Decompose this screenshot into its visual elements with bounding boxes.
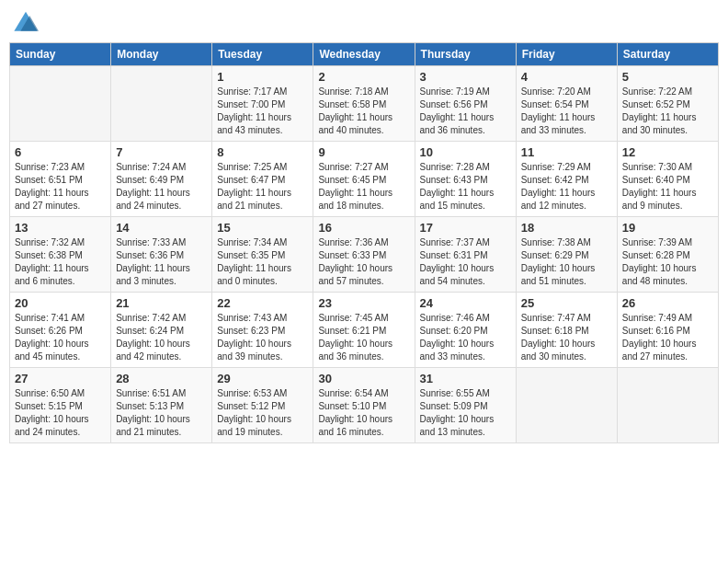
calendar-cell: 22Sunrise: 7:43 AMSunset: 6:23 PMDayligh… [212,293,313,368]
weekday-header-saturday: Saturday [617,43,718,66]
day-number: 14 [116,221,207,235]
calendar-cell: 18Sunrise: 7:38 AMSunset: 6:29 PMDayligh… [516,217,617,293]
day-number: 9 [318,145,409,159]
day-number: 7 [116,145,207,159]
day-info: Sunrise: 6:53 AMSunset: 5:12 PMDaylight:… [217,387,308,439]
day-number: 17 [420,221,511,235]
calendar-cell: 13Sunrise: 7:32 AMSunset: 6:38 PMDayligh… [10,217,111,293]
logo-icon [13,9,39,35]
weekday-header-friday: Friday [516,43,617,66]
calendar-cell: 28Sunrise: 6:51 AMSunset: 5:13 PMDayligh… [111,368,212,443]
day-info: Sunrise: 7:37 AMSunset: 6:31 PMDaylight:… [420,236,511,288]
day-number: 18 [521,221,612,235]
calendar-cell: 31Sunrise: 6:55 AMSunset: 5:09 PMDayligh… [415,368,516,443]
day-number: 22 [217,296,308,310]
calendar-cell: 2Sunrise: 7:18 AMSunset: 6:58 PMDaylight… [313,66,415,142]
calendar-cell: 19Sunrise: 7:39 AMSunset: 6:28 PMDayligh… [617,217,718,293]
day-info: Sunrise: 7:17 AMSunset: 7:00 PMDaylight:… [217,86,308,137]
weekday-header-wednesday: Wednesday [313,43,415,66]
calendar-week-row: 6Sunrise: 7:23 AMSunset: 6:51 PMDaylight… [10,142,719,217]
day-info: Sunrise: 7:28 AMSunset: 6:43 PMDaylight:… [420,161,511,213]
day-info: Sunrise: 7:24 AMSunset: 6:49 PMDaylight:… [116,161,207,213]
day-info: Sunrise: 7:38 AMSunset: 6:29 PMDaylight:… [521,236,612,288]
calendar-cell: 21Sunrise: 7:42 AMSunset: 6:24 PMDayligh… [111,293,212,368]
day-number: 2 [318,70,409,84]
day-number: 30 [318,372,409,385]
page-header [9,9,719,35]
day-info: Sunrise: 7:33 AMSunset: 6:36 PMDaylight:… [116,236,207,288]
day-info: Sunrise: 6:50 AMSunset: 5:15 PMDaylight:… [15,387,106,439]
day-number: 6 [15,145,106,159]
day-number: 10 [420,145,511,159]
calendar-cell: 29Sunrise: 6:53 AMSunset: 5:12 PMDayligh… [212,368,313,443]
day-info: Sunrise: 7:39 AMSunset: 6:28 PMDaylight:… [622,236,713,288]
calendar-cell: 3Sunrise: 7:19 AMSunset: 6:56 PMDaylight… [415,66,516,142]
day-info: Sunrise: 7:22 AMSunset: 6:52 PMDaylight:… [622,86,713,137]
calendar-cell: 4Sunrise: 7:20 AMSunset: 6:54 PMDaylight… [516,66,617,142]
day-info: Sunrise: 7:19 AMSunset: 6:56 PMDaylight:… [420,86,511,137]
calendar-cell: 7Sunrise: 7:24 AMSunset: 6:49 PMDaylight… [111,142,212,217]
day-number: 15 [217,221,308,235]
day-info: Sunrise: 7:41 AMSunset: 6:26 PMDaylight:… [15,312,106,363]
day-info: Sunrise: 7:18 AMSunset: 6:58 PMDaylight:… [318,86,409,137]
calendar-cell [10,66,111,142]
calendar-table: SundayMondayTuesdayWednesdayThursdayFrid… [9,42,719,443]
calendar-cell [111,66,212,142]
day-number: 1 [217,70,308,84]
day-number: 20 [15,296,106,310]
day-info: Sunrise: 7:32 AMSunset: 6:38 PMDaylight:… [15,236,106,288]
day-number: 19 [622,221,713,235]
calendar-cell: 12Sunrise: 7:30 AMSunset: 6:40 PMDayligh… [617,142,718,217]
calendar-cell: 9Sunrise: 7:27 AMSunset: 6:45 PMDaylight… [313,142,415,217]
day-info: Sunrise: 7:42 AMSunset: 6:24 PMDaylight:… [116,312,207,363]
day-info: Sunrise: 7:27 AMSunset: 6:45 PMDaylight:… [318,161,409,213]
day-number: 26 [622,296,713,310]
calendar-cell: 20Sunrise: 7:41 AMSunset: 6:26 PMDayligh… [10,293,111,368]
day-number: 23 [318,296,409,310]
day-number: 29 [217,372,308,385]
day-info: Sunrise: 7:49 AMSunset: 6:16 PMDaylight:… [622,312,713,363]
calendar-cell: 25Sunrise: 7:47 AMSunset: 6:18 PMDayligh… [516,293,617,368]
logo [13,9,41,35]
calendar-cell: 8Sunrise: 7:25 AMSunset: 6:47 PMDaylight… [212,142,313,217]
day-number: 13 [15,221,106,235]
day-number: 8 [217,145,308,159]
calendar-cell: 1Sunrise: 7:17 AMSunset: 7:00 PMDaylight… [212,66,313,142]
day-info: Sunrise: 7:30 AMSunset: 6:40 PMDaylight:… [622,161,713,213]
calendar-week-row: 13Sunrise: 7:32 AMSunset: 6:38 PMDayligh… [10,217,719,293]
day-number: 31 [420,372,511,385]
calendar-cell: 17Sunrise: 7:37 AMSunset: 6:31 PMDayligh… [415,217,516,293]
day-info: Sunrise: 7:43 AMSunset: 6:23 PMDaylight:… [217,312,308,363]
day-info: Sunrise: 7:36 AMSunset: 6:33 PMDaylight:… [318,236,409,288]
calendar-cell [617,368,718,443]
day-number: 21 [116,296,207,310]
calendar-cell: 30Sunrise: 6:54 AMSunset: 5:10 PMDayligh… [313,368,415,443]
calendar-cell: 11Sunrise: 7:29 AMSunset: 6:42 PMDayligh… [516,142,617,217]
day-number: 25 [521,296,612,310]
weekday-header-thursday: Thursday [415,43,516,66]
calendar-cell: 16Sunrise: 7:36 AMSunset: 6:33 PMDayligh… [313,217,415,293]
day-info: Sunrise: 7:34 AMSunset: 6:35 PMDaylight:… [217,236,308,288]
weekday-header-sunday: Sunday [10,43,111,66]
day-info: Sunrise: 6:51 AMSunset: 5:13 PMDaylight:… [116,387,207,439]
calendar-cell: 24Sunrise: 7:46 AMSunset: 6:20 PMDayligh… [415,293,516,368]
calendar-cell: 23Sunrise: 7:45 AMSunset: 6:21 PMDayligh… [313,293,415,368]
calendar-cell: 15Sunrise: 7:34 AMSunset: 6:35 PMDayligh… [212,217,313,293]
day-info: Sunrise: 7:23 AMSunset: 6:51 PMDaylight:… [15,161,106,213]
day-info: Sunrise: 7:47 AMSunset: 6:18 PMDaylight:… [521,312,612,363]
day-number: 4 [521,70,612,84]
calendar-cell: 26Sunrise: 7:49 AMSunset: 6:16 PMDayligh… [617,293,718,368]
day-info: Sunrise: 7:25 AMSunset: 6:47 PMDaylight:… [217,161,308,213]
calendar-cell: 27Sunrise: 6:50 AMSunset: 5:15 PMDayligh… [10,368,111,443]
calendar-week-row: 1Sunrise: 7:17 AMSunset: 7:00 PMDaylight… [10,66,719,142]
day-number: 27 [15,372,106,385]
calendar-week-row: 27Sunrise: 6:50 AMSunset: 5:15 PMDayligh… [10,368,719,443]
day-info: Sunrise: 7:46 AMSunset: 6:20 PMDaylight:… [420,312,511,363]
day-number: 3 [420,70,511,84]
day-info: Sunrise: 6:54 AMSunset: 5:10 PMDaylight:… [318,387,409,439]
weekday-header-tuesday: Tuesday [212,43,313,66]
weekday-header-monday: Monday [111,43,212,66]
day-number: 5 [622,70,713,84]
day-number: 11 [521,145,612,159]
day-info: Sunrise: 7:20 AMSunset: 6:54 PMDaylight:… [521,86,612,137]
